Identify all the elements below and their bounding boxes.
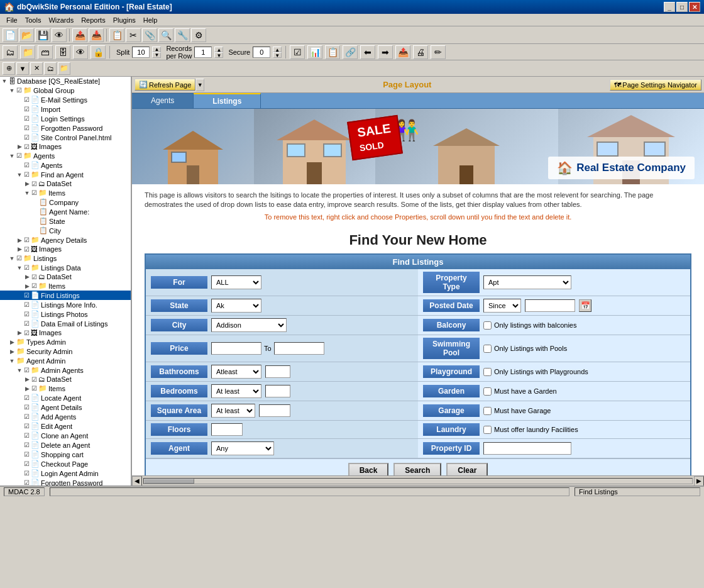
- tb2-btn5[interactable]: 👁: [73, 45, 88, 59]
- maximize-button[interactable]: □: [676, 2, 688, 12]
- tb-btn2[interactable]: ✂: [126, 28, 141, 42]
- tree-agents-item[interactable]: ☑ 📄 Agents: [0, 160, 131, 170]
- tree-items-listings[interactable]: ▶ ☑ 📁 Items: [0, 281, 131, 291]
- refresh-dropdown[interactable]: ▼: [195, 79, 204, 91]
- tab-listings[interactable]: Listings: [194, 93, 261, 108]
- tree-listings[interactable]: ▼ ☑ 📁 Listings: [0, 253, 131, 263]
- tb-open[interactable]: 📂: [19, 28, 34, 42]
- tree-forgotten-password[interactable]: ☑ 📄 Forgotten Password: [0, 123, 131, 133]
- tb2-action9[interactable]: ✏: [431, 45, 446, 59]
- tb-btn4[interactable]: 🔍: [158, 28, 173, 42]
- tree-global-group[interactable]: ▼ ☑ 📁 Global Group: [0, 86, 131, 95]
- tree-find-listings[interactable]: ☑ 📄 Find Listings: [0, 291, 131, 300]
- tree-forgotten-password2[interactable]: ☑ 📄 Forgotten Password: [0, 478, 131, 485]
- tree-dataset-agent[interactable]: ▶ ☑ 🗂 DataSet: [0, 179, 131, 188]
- tb-btn1[interactable]: 📋: [109, 28, 124, 42]
- price-to-input[interactable]: [274, 342, 324, 355]
- posted-date-calendar[interactable]: 📅: [579, 299, 591, 312]
- search-button[interactable]: Search: [393, 463, 441, 475]
- secure-up[interactable]: ▲: [273, 47, 282, 52]
- tree-email-settings[interactable]: ☑ 📄 E-Mail Settings: [0, 95, 131, 104]
- tb3-btn2[interactable]: ▼: [16, 62, 29, 75]
- tree-login-agent-admin[interactable]: ☑ 📄 Login Agent Admin: [0, 469, 131, 478]
- split-input[interactable]: 10: [132, 47, 150, 58]
- bedrooms-input[interactable]: [265, 385, 290, 397]
- tree-shopping-cart[interactable]: ☑ 📄 Shopping cart: [0, 450, 131, 459]
- menu-wizards[interactable]: Wizards: [45, 16, 77, 25]
- agent-select[interactable]: Any: [211, 441, 274, 455]
- tb2-action4[interactable]: 🔗: [343, 45, 358, 59]
- split-up[interactable]: ▲: [152, 47, 161, 52]
- tree-items-agent[interactable]: ▼ ☑ 📁 Items: [0, 188, 131, 197]
- tree-types-admin[interactable]: ▶ 📁 Types Admin: [0, 337, 131, 347]
- bathrooms-select[interactable]: Atleast 1 2 3: [211, 365, 261, 379]
- minimize-button[interactable]: _: [664, 2, 675, 12]
- records-up[interactable]: ▲: [214, 47, 223, 52]
- tree-listings-more[interactable]: ☑ 📄 Listings More Info.: [0, 300, 131, 309]
- tree-admin-agents[interactable]: ▼ ☑ 📁 Admin Agents: [0, 365, 131, 375]
- tree-delete-agent[interactable]: ☑ 📄 Delete an Agent: [0, 440, 131, 450]
- tb3-btn5[interactable]: 📁: [58, 62, 70, 75]
- tb2-action6[interactable]: ➡: [378, 45, 393, 59]
- tb-btn6[interactable]: ⚙: [191, 28, 206, 42]
- tb-btn5[interactable]: 🔧: [175, 28, 190, 42]
- tree-listings-data[interactable]: ▼ ☑ 📁 Listings Data: [0, 263, 131, 272]
- menu-file[interactable]: File: [3, 16, 21, 25]
- tb2-action3[interactable]: 📋: [325, 45, 340, 59]
- tb2-action5[interactable]: ⬅: [360, 45, 375, 59]
- square-area-input[interactable]: [259, 404, 290, 417]
- tb-export[interactable]: 📤: [72, 28, 87, 42]
- tb-save[interactable]: 💾: [35, 28, 50, 42]
- tree-city[interactable]: 📋 City: [0, 226, 131, 235]
- square-area-select[interactable]: At least 500 1000: [211, 404, 255, 418]
- tb2-action2[interactable]: 📊: [307, 45, 322, 59]
- garden-checkbox[interactable]: [483, 387, 492, 396]
- tree-agent-name[interactable]: 📋 Agent Name:: [0, 207, 131, 216]
- tb-btn3[interactable]: 📎: [142, 28, 157, 42]
- tb2-btn2[interactable]: 📁: [20, 45, 35, 59]
- playground-checkbox[interactable]: [483, 368, 492, 376]
- balcony-checkbox[interactable]: [483, 321, 492, 330]
- tree-agents[interactable]: ▼ ☑ 📁 Agents: [0, 151, 131, 160]
- price-from-input[interactable]: [211, 342, 261, 355]
- tree-agent-details[interactable]: ☑ 📄 Agent Details: [0, 402, 131, 412]
- floors-input[interactable]: [211, 423, 243, 436]
- posted-date-input[interactable]: [525, 299, 575, 312]
- property-id-input[interactable]: [483, 442, 571, 455]
- for-select[interactable]: ALL Sale Rent: [211, 275, 261, 289]
- tb2-action1[interactable]: ☑: [290, 45, 305, 59]
- menu-help[interactable]: Help: [140, 16, 162, 25]
- property-type-select[interactable]: Apt House Condo Land: [483, 275, 571, 289]
- tb3-btn4[interactable]: 🗂: [44, 62, 57, 75]
- bathrooms-input[interactable]: [265, 365, 290, 378]
- laundry-checkbox[interactable]: [483, 426, 492, 434]
- tb2-btn3[interactable]: 🗃: [38, 45, 53, 59]
- tree-listings-images[interactable]: ▶ ☑ 🖼 Images: [0, 328, 131, 337]
- tree-clone-agent[interactable]: ☑ 📄 Clone an Agent: [0, 431, 131, 440]
- tb3-btn1[interactable]: ⊕: [3, 62, 15, 75]
- tree-login-settings[interactable]: ☑ 📄 Login Settings: [0, 114, 131, 123]
- tree-import[interactable]: ☑ 📄 Import: [0, 104, 131, 114]
- tab-agents[interactable]: Agents: [132, 93, 194, 108]
- tb2-btn4[interactable]: 🗄: [55, 45, 70, 59]
- garage-checkbox[interactable]: [483, 407, 492, 415]
- tree-company[interactable]: 📋 Company: [0, 197, 131, 207]
- tree-state[interactable]: 📋 State: [0, 216, 131, 226]
- tree-admin-items[interactable]: ▶ ☑ 📁 Items: [0, 384, 131, 393]
- horizontal-scrollbar[interactable]: ◀ ▶: [132, 475, 704, 485]
- tree-find-agent[interactable]: ▼ ☑ 📁 Find an Agent: [0, 170, 131, 179]
- state-select[interactable]: Ak AL AZ CA: [211, 299, 261, 313]
- tree-agents-images[interactable]: ▶ ☑ 🖼 Images: [0, 245, 131, 253]
- tree-agent-admin[interactable]: ▼ 📁 Agent Admin: [0, 356, 131, 365]
- page-navigator-button[interactable]: 🗺 Page Settings Navigator: [610, 79, 701, 91]
- tb2-action7[interactable]: 📤: [395, 45, 410, 59]
- tree-global-images[interactable]: ▶ ☑ 🖼 Images: [0, 142, 131, 151]
- tree-root[interactable]: ▼ 🗄 Database [QS_RealEstate]: [0, 77, 131, 86]
- scroll-left-btn[interactable]: ◀: [132, 476, 142, 486]
- tree-data-email[interactable]: ☑ 📄 Data Email of Listings: [0, 319, 131, 328]
- records-input[interactable]: [194, 47, 212, 58]
- tb2-btn6[interactable]: 🔒: [91, 45, 106, 59]
- tree-listings-photos[interactable]: ☑ 📄 Listings Photos: [0, 309, 131, 319]
- tb2-btn1[interactable]: 🗂: [3, 45, 18, 59]
- tb-new[interactable]: 📄: [3, 28, 18, 42]
